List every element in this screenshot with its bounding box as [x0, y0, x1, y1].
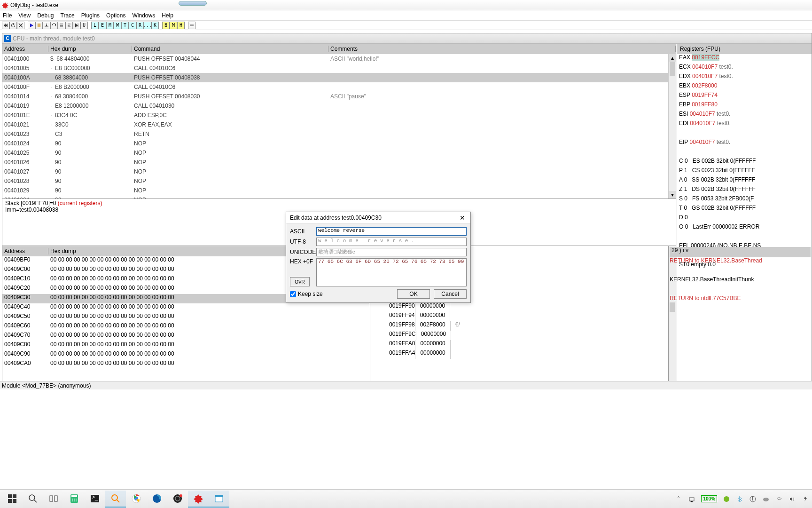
hex-row[interactable]: 00409C8000 00 00 00 00 00 00 00 00 00 00…: [2, 341, 369, 350]
trace-into-icon[interactable]: [58, 22, 65, 29]
scroll-down-icon[interactable]: ▾: [669, 191, 676, 198]
taskbar[interactable]: >_ ˄ 100% i: [0, 489, 812, 508]
menu-debug[interactable]: Debug: [37, 12, 54, 19]
cpu-window-icon[interactable]: C: [129, 22, 136, 29]
power-icon[interactable]: [802, 495, 809, 503]
callstack-window-icon[interactable]: K: [151, 22, 159, 29]
hex-row[interactable]: 00409C6000 00 00 00 00 00 00 00 00 00 00…: [2, 322, 369, 332]
onedrive-icon[interactable]: [762, 495, 770, 503]
hex-row[interactable]: 00409C4000 00 00 00 00 00 00 00 00 00 00…: [2, 303, 369, 313]
unicode-input[interactable]: 敷捬浯□敲敶獲e: [316, 248, 467, 256]
system-tray[interactable]: ˄ 100% i: [675, 495, 809, 503]
stack-row[interactable]: 0019FFA000000000: [370, 340, 676, 349]
disasm-row[interactable]: 0040100A 68 38804000PUSH OFFSET 00408038: [2, 73, 676, 82]
menu-file[interactable]: File: [3, 12, 12, 19]
menu-trace[interactable]: Trace: [61, 12, 75, 19]
memory-bp-window-icon[interactable]: M: [170, 22, 177, 29]
disasm-row[interactable]: 00401024 90NOP: [2, 139, 676, 148]
options-icon[interactable]: [188, 22, 195, 29]
menu-plugins[interactable]: Plugins: [81, 12, 100, 19]
windows-window-icon[interactable]: W: [114, 22, 121, 29]
stack-row[interactable]: 0019FF98002F8000€/: [370, 321, 676, 331]
disasm-row[interactable]: 00401005· E8 BC000000CALL 004010C6: [2, 64, 676, 73]
hex-row[interactable]: 00409CA000 00 00 00 00 00 00 00 00 00 00…: [2, 360, 369, 369]
search-icon[interactable]: [23, 491, 43, 508]
disasm-row[interactable]: 00401014· 68 30804000PUSH OFFSET 0040803…: [2, 92, 676, 101]
runtrace-window-icon[interactable]: ...: [144, 22, 151, 29]
threads-window-icon[interactable]: T: [121, 22, 129, 29]
tray-chevron-icon[interactable]: ˄: [675, 495, 682, 503]
executable-window-icon[interactable]: E: [99, 22, 106, 29]
disasm-row[interactable]: 0040102A 90NOP: [2, 195, 676, 199]
dialog-close-button[interactable]: ✕: [458, 214, 467, 222]
disasm-row[interactable]: 00401028 90NOP: [2, 176, 676, 186]
terminal-icon[interactable]: >_: [85, 491, 105, 508]
trace-over-icon[interactable]: [65, 22, 73, 29]
step-into-icon[interactable]: [43, 22, 50, 29]
reload-icon[interactable]: [9, 22, 17, 29]
disasm-row[interactable]: 0040100F· E8 B2000000CALL 004010C6: [2, 82, 676, 92]
hex-input[interactable]: 77 65 6C 63 6F 6D 65 20 72 65 76 65 72 7…: [316, 258, 467, 286]
hex-row[interactable]: 00409C9000 00 00 00 00 00 00 00 00 00 00…: [2, 350, 369, 360]
scroll-thumb[interactable]: [670, 62, 675, 76]
registers-header[interactable]: Registers (FPU): [677, 44, 812, 54]
calculator-icon[interactable]: [64, 491, 85, 508]
ascii-input[interactable]: welcome reverse: [316, 227, 467, 236]
task-view-icon[interactable]: [43, 491, 64, 508]
keep-size-checkbox[interactable]: Keep size: [290, 291, 323, 297]
menu-view[interactable]: View: [18, 12, 31, 19]
menu-windows[interactable]: Windows: [132, 12, 155, 19]
ok-button[interactable]: OK: [397, 289, 430, 299]
disasm-row[interactable]: 00401000$ 68 44804000PUSH OFFSET 0040804…: [2, 54, 676, 64]
pause-icon[interactable]: [35, 22, 43, 29]
stack-row[interactable]: 0019FFA400000000: [370, 349, 676, 359]
hex-row[interactable]: 00409C7000 00 00 00 00 00 00 00 00 00 00…: [2, 332, 369, 341]
log-window-icon[interactable]: L: [91, 22, 99, 29]
ollydbg-taskbar-icon[interactable]: [188, 491, 209, 508]
app-window-icon[interactable]: [209, 491, 229, 508]
disasm-row[interactable]: 00401021· 33C0XOR EAX,EAX: [2, 120, 676, 129]
disasm-scrollbar[interactable]: ▴ ▾: [668, 54, 676, 198]
bluetooth-icon[interactable]: [736, 495, 743, 503]
disasm-row[interactable]: 00401027 90NOP: [2, 167, 676, 176]
memory-window-icon[interactable]: M: [106, 22, 114, 29]
menu-help[interactable]: Help: [162, 12, 173, 19]
volume-icon[interactable]: [789, 495, 796, 503]
cpu-window-title[interactable]: C CPU - main thread, module test0: [2, 33, 812, 44]
stack-row[interactable]: 0019FF9000000000: [370, 302, 676, 312]
everything-icon[interactable]: [105, 491, 126, 508]
ovr-button[interactable]: OVR: [290, 277, 310, 286]
battery-indicator[interactable]: 100%: [701, 495, 717, 502]
disasm-row[interactable]: 00401025 90NOP: [2, 148, 676, 158]
network-icon[interactable]: [688, 495, 695, 503]
scroll-up-icon[interactable]: ▴: [669, 54, 676, 62]
stack-comments-pane[interactable]: 29 ) ι ν RETURN to KERNEL32.BaseThreadKE…: [668, 246, 812, 381]
hex-row[interactable]: 00409C5000 00 00 00 00 00 00 00 00 00 00…: [2, 313, 369, 322]
nvidia-icon[interactable]: [723, 495, 730, 503]
disasm-row[interactable]: 00401019· E8 12000000CALL 00401030: [2, 101, 676, 111]
cancel-button[interactable]: Cancel: [434, 289, 467, 299]
references-window-icon[interactable]: R: [136, 22, 144, 29]
breakpoints-window-icon[interactable]: B: [162, 22, 170, 29]
menu-options[interactable]: Options: [106, 12, 125, 19]
dialog-title-bar[interactable]: Edit data at address test0.00409C30 ✕: [286, 212, 470, 223]
return-icon[interactable]: U: [80, 22, 88, 29]
chrome-icon[interactable]: [126, 491, 147, 508]
execute-till-icon[interactable]: [73, 22, 80, 29]
rewind-icon[interactable]: [2, 22, 9, 29]
disassembly-pane[interactable]: Address Hex dump Command Comments 004010…: [2, 44, 676, 199]
close-icon[interactable]: [17, 22, 24, 29]
disasm-row[interactable]: 0040101E· 83C4 0CADD ESP,0C: [2, 111, 676, 120]
hardware-bp-window-icon[interactable]: H: [177, 22, 185, 29]
obs-icon[interactable]: [167, 491, 188, 508]
stack-row[interactable]: 0019FF9400000000: [370, 312, 676, 321]
edge-icon[interactable]: [147, 491, 167, 508]
disasm-row[interactable]: 00401023 C3RETN: [2, 129, 676, 139]
disasm-row[interactable]: 00401029 90NOP: [2, 186, 676, 195]
utf8-input[interactable]: w e l c o m e r e v e r s e .: [316, 238, 467, 246]
run-icon[interactable]: [28, 22, 35, 29]
disasm-row[interactable]: 00401026 90NOP: [2, 158, 676, 167]
menu-bar[interactable]: File View Debug Trace Plugins Options Wi…: [0, 10, 812, 21]
wifi-icon[interactable]: [775, 495, 783, 503]
info-icon[interactable]: i: [749, 495, 757, 503]
